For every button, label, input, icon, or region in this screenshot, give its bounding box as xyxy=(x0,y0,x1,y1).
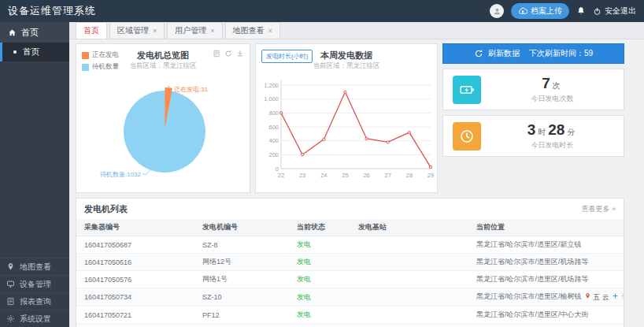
generator-list-header: 发电机列表 查看更多 » xyxy=(76,199,624,219)
table-row[interactable]: 160417050721PF12发电黑龙江省/哈尔滨市/道里区/中心大街 xyxy=(76,307,624,324)
tab-close-icon[interactable]: × xyxy=(153,28,157,35)
column-header: 发电机编号 xyxy=(194,219,289,236)
generator-list-panel: 发电机列表 查看更多 » 采集器编号发电机编号当前状态发电基站当前位置 1604… xyxy=(76,198,624,327)
tab-region-management[interactable]: 区域管理× xyxy=(109,22,165,39)
generator-table: 采集器编号发电机编号当前状态发电基站当前位置 160417050687SZ-8发… xyxy=(76,219,624,327)
svg-text:400: 400 xyxy=(268,137,279,144)
cell-generator: 网络1号 xyxy=(194,271,289,288)
sidebar-subitem-label: 首页 xyxy=(23,46,39,58)
refresh-button-label: 刷新数据 xyxy=(488,48,520,59)
status-badge: 发电 xyxy=(297,310,311,318)
monitor-icon xyxy=(6,280,15,288)
cell-status: 发电 xyxy=(289,307,350,324)
sidebar-item-report-query[interactable]: 报表查询 xyxy=(0,292,69,310)
gear-icon xyxy=(6,314,15,323)
refresh-data-button[interactable]: 刷新数据 下次刷新时间：59 xyxy=(442,43,624,64)
duration-filter-button[interactable]: 发电时长(小时) xyxy=(261,50,313,63)
tab-user-management[interactable]: 用户管理× xyxy=(167,22,222,39)
avatar[interactable] xyxy=(490,4,504,18)
tab-bar: 首页区域管理×用户管理×地图查看× xyxy=(69,22,644,39)
stat-value: 3 xyxy=(527,121,536,139)
legend-swatch xyxy=(82,64,89,71)
svg-text:800: 800 xyxy=(268,110,279,117)
svg-text:24: 24 xyxy=(320,172,327,179)
right-column: 刷新数据 下次刷新时间：59 7次今日发电次数3时28分今日发电时长 xyxy=(442,43,624,157)
cell-collector: 160417050616 xyxy=(76,254,194,271)
stat-card-today-generation-duration: 3时28分今日发电时长 xyxy=(442,115,624,157)
view-more-link[interactable]: 查看更多 » xyxy=(581,204,616,214)
stat-body: 3时28分今日发电时长 xyxy=(481,121,624,150)
stat-card-today-generation-count: 7次今日发电次数 xyxy=(442,69,624,110)
upload-button[interactable]: 档案上传 xyxy=(511,3,569,19)
svg-text:27: 27 xyxy=(385,172,391,179)
cell-location: 黑龙江省/哈尔滨市/道里区/中心大街 xyxy=(468,307,624,324)
column-header: 当前位置 xyxy=(468,219,624,236)
upload-button-label: 档案上传 xyxy=(531,6,562,17)
stat-caption: 今日发电次数 xyxy=(531,94,574,104)
cell-collector: 160417042529 xyxy=(76,324,194,327)
sidebar-item-label: 系统设置 xyxy=(20,314,51,325)
table-row[interactable]: 160417050576网络1号发电黑龙江省/哈尔滨市/道里区/机场路等 xyxy=(76,271,624,288)
svg-text:200: 200 xyxy=(268,151,279,158)
svg-text:600: 600 xyxy=(268,124,279,131)
cell-status: 发电 xyxy=(289,288,350,307)
legend-item[interactable]: 正在发电 xyxy=(82,50,119,60)
svg-text:23: 23 xyxy=(299,172,305,179)
tab-close-icon[interactable]: × xyxy=(268,28,272,35)
plus-icon[interactable] xyxy=(612,292,619,299)
cell-generator: SZ-10 xyxy=(194,288,289,307)
cell-collector: 160417050721 xyxy=(76,307,194,324)
cell-status: 发电 xyxy=(289,271,350,288)
tab-home[interactable]: 首页 xyxy=(76,22,107,39)
svg-text:1,000: 1,000 xyxy=(264,95,279,102)
cell-generator: HQZXS810 xyxy=(194,324,289,327)
status-badge: 发电 xyxy=(297,240,311,248)
map-pin-icon[interactable] xyxy=(584,292,591,299)
cell-collector: 160417050687 xyxy=(76,236,194,254)
line-chart: 02004006008001,0001,2002223242526272829 xyxy=(256,72,439,191)
svg-text:29: 29 xyxy=(427,172,434,179)
sidebar-item-label: 设备管理 xyxy=(20,279,51,290)
table-row[interactable]: 160417050616网络12号发电黑龙江省/哈尔滨市/道里区/机场路等 xyxy=(76,254,624,271)
sidebar-subitem-home[interactable]: 首页 xyxy=(0,43,69,61)
extra-glyph[interactable]: 云 xyxy=(602,293,609,303)
tab-map-view[interactable]: 地图查看× xyxy=(225,22,280,39)
tab-label: 地图查看 xyxy=(233,25,265,36)
stat-value: 28 xyxy=(548,121,564,139)
stat-unit: 次 xyxy=(553,80,561,91)
bell-icon[interactable] xyxy=(576,6,586,16)
extra-glyph[interactable]: 五 xyxy=(594,293,601,303)
status-badge: 发电 xyxy=(297,258,311,266)
table-row[interactable]: 160417050734SZ-10发电黑龙江省/哈尔滨市/道里区/榆树镇五云 xyxy=(76,288,624,307)
sidebar-item-system-settings[interactable]: 系统设置 xyxy=(0,310,69,327)
legend-item[interactable]: 待机数量 xyxy=(82,62,119,72)
download-icon[interactable] xyxy=(236,50,244,58)
table-row[interactable]: 160417042529HQZXS810发电黑龙江省/哈尔滨市/道里区/湘江路 xyxy=(76,324,624,327)
logout-button[interactable]: 安全退出 xyxy=(593,6,636,17)
pie-chart: 正在发电:31待机数量:1032 xyxy=(76,70,251,192)
svg-text:待机数量:1032: 待机数量:1032 xyxy=(100,171,142,178)
refresh-countdown: 下次刷新时间：59 xyxy=(529,48,593,59)
svg-text:25: 25 xyxy=(342,172,348,179)
stat-caption: 今日发电时长 xyxy=(531,140,574,150)
stat-cards: 7次今日发电次数3时28分今日发电时长 xyxy=(442,69,624,157)
sidebar-item-device-management[interactable]: 设备管理 xyxy=(0,275,69,292)
refresh-icon[interactable] xyxy=(224,50,232,58)
gear-icon[interactable] xyxy=(621,292,624,299)
sidebar-item-map-view[interactable]: 地图查看 xyxy=(0,258,69,275)
cell-station xyxy=(350,324,468,327)
overview-panel-tools xyxy=(213,50,244,58)
top-header: 设备运维管理系统 档案上传 安全退出 xyxy=(0,0,644,22)
cell-generator: 网络12号 xyxy=(194,254,289,271)
sidebar-item-home[interactable]: 首页 xyxy=(0,22,69,43)
home-icon xyxy=(8,28,17,37)
app-title: 设备运维管理系统 xyxy=(8,4,96,18)
tab-close-icon[interactable]: × xyxy=(210,28,214,35)
clipboard-icon[interactable] xyxy=(213,50,220,58)
logout-button-label: 安全退出 xyxy=(605,6,636,17)
submenu-icon xyxy=(12,49,18,55)
column-header: 当前状态 xyxy=(289,219,350,236)
table-row[interactable]: 160417050687SZ-8发电黑龙江省/哈尔滨市/道里区/新立镇 xyxy=(76,236,624,254)
svg-text:28: 28 xyxy=(406,172,413,179)
legend-label: 待机数量 xyxy=(92,62,119,72)
